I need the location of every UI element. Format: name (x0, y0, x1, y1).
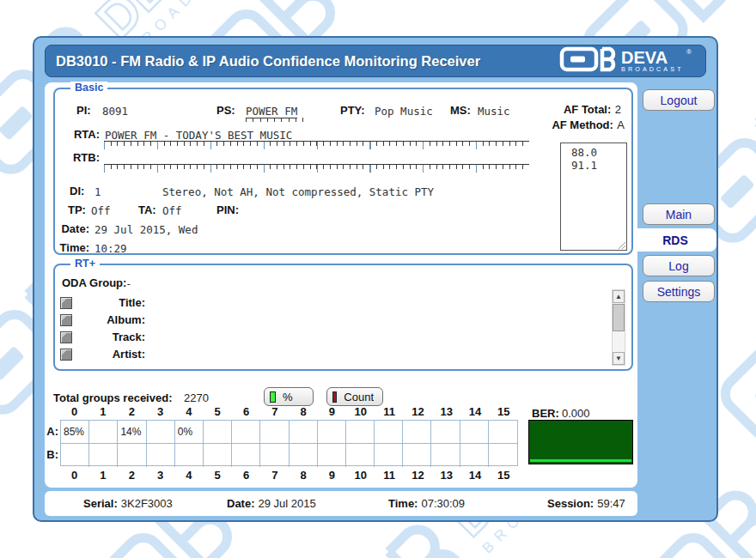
pty-label: PTY: (340, 104, 365, 117)
group-cell (375, 444, 403, 467)
group-cell: 14% (118, 421, 146, 444)
group-cell (232, 421, 260, 444)
group-cell (204, 421, 232, 444)
footer-time-label: Time: (388, 491, 418, 516)
side-nav: Logout Main RDS Log Settings (641, 82, 716, 477)
group-cell: 85% (61, 421, 89, 444)
scrollbar-thumb[interactable] (613, 304, 625, 331)
date-label: Date: (55, 222, 89, 235)
column-number: 6 (232, 469, 260, 482)
af-list-box[interactable]: 88.0 91.1 (560, 143, 627, 251)
column-number: 2 (118, 469, 146, 482)
group-cell (147, 444, 175, 467)
rt-artist-label: Artist: (64, 348, 145, 361)
nav-tab-settings[interactable]: Settings (643, 281, 715, 302)
column-number: 9 (318, 405, 346, 418)
column-number: 15 (490, 469, 518, 482)
scrollbar-down-icon[interactable]: ▼ (613, 352, 625, 365)
ps-ruler (246, 118, 303, 122)
group-cell (260, 444, 289, 467)
column-number: 5 (204, 469, 232, 482)
scrollbar-up-icon[interactable]: ▲ (613, 290, 625, 303)
time-label: Time: (55, 241, 89, 254)
column-number: 11 (375, 469, 403, 482)
af-method: AF Method: A (552, 117, 625, 132)
percent-indicator-icon (270, 391, 276, 403)
column-number: 8 (290, 405, 318, 418)
column-number: 12 (404, 469, 432, 482)
group-cell (489, 444, 517, 467)
group-cell (204, 444, 232, 467)
group-table: 85%14%0% (60, 420, 518, 466)
app-window: DB3010 - FM Radio & IP Audio Confidence … (33, 36, 718, 522)
pty-value: Pop Music (375, 105, 433, 118)
column-number: 1 (88, 469, 117, 482)
group-cell (260, 421, 289, 444)
af-total-value: 2 (615, 103, 621, 116)
ber-meter-level (530, 459, 631, 462)
group-cell (61, 444, 89, 467)
column-number: 15 (490, 405, 518, 418)
time-item: Time: 07:30:09 (388, 491, 465, 516)
resize-grip-icon[interactable] (617, 240, 625, 249)
di-value: 1 (94, 185, 101, 198)
group-cell (89, 421, 118, 444)
column-number: 1 (88, 405, 117, 418)
nav-tab-main[interactable]: Main (643, 203, 715, 225)
column-number: 13 (432, 405, 460, 418)
time-value: 10:29 (94, 242, 127, 255)
column-number: 2 (118, 405, 146, 418)
ta-label: TA: (138, 203, 156, 216)
tp-value: Off (91, 204, 111, 217)
rtplus-scrollbar[interactable]: ▲ ▼ (612, 289, 625, 366)
ps-value: POWER FM (246, 105, 297, 118)
pin-label: PIN: (216, 203, 239, 216)
column-number: 9 (318, 469, 346, 482)
count-indicator-icon (332, 391, 337, 403)
row-b-label: B: (45, 448, 58, 461)
di-label: DI: (70, 185, 84, 197)
serial-item: Serial: 3K2F3003 (83, 491, 173, 516)
oda-group-value: - (125, 277, 132, 290)
group-cell (290, 444, 318, 467)
deva-logo: DEVA ® BROADCAST (559, 45, 695, 76)
footer-time-value: 07:30:09 (421, 491, 465, 516)
group-cell (89, 444, 118, 467)
group-cell (403, 444, 431, 467)
group-cell (460, 421, 489, 444)
group-cell (118, 444, 146, 467)
nav-tab-log[interactable]: Log (643, 255, 715, 276)
column-number: 3 (146, 469, 174, 482)
ber-value: 0.000 (562, 407, 590, 420)
group-cell (460, 444, 489, 467)
session-label: Session: (547, 491, 594, 516)
title-bar: DB3010 - FM Radio & IP Audio Confidence … (45, 45, 706, 77)
percent-button[interactable]: % (264, 387, 314, 406)
column-number: 4 (174, 405, 203, 418)
column-number: 6 (232, 405, 260, 418)
page: { "header": { "title": "DB3010 - FM Radi… (0, 0, 756, 558)
date-value: 29 Jul 2015, Wed (94, 223, 198, 236)
page-title: DB3010 - FM Radio & IP Audio Confidence … (56, 53, 480, 70)
column-number: 0 (60, 405, 88, 418)
rt-track-label: Track: (64, 331, 145, 343)
group-cell (346, 444, 375, 467)
af-total: AF Total: 2 (564, 101, 621, 117)
serial-label: Serial: (83, 491, 118, 516)
nav-tab-rds[interactable]: RDS (634, 228, 716, 252)
pi-label: PI: (76, 104, 91, 117)
tp-label: TP: (68, 203, 86, 216)
group-columns-footer: 0123456789101112131415 (60, 469, 518, 482)
group-cell (375, 421, 403, 444)
rtplus-legend: RT+ (70, 258, 100, 270)
af-method-label: AF Method: (552, 118, 613, 131)
group-cell (489, 421, 517, 444)
ber-meter (528, 420, 633, 464)
column-number: 14 (460, 405, 489, 418)
group-cell (403, 421, 431, 444)
logout-button[interactable]: Logout (643, 89, 715, 111)
serial-value: 3K2F3003 (121, 491, 173, 516)
group-cell (318, 421, 346, 444)
count-button[interactable]: Count (326, 387, 383, 406)
svg-text:DEVA: DEVA (621, 48, 668, 67)
